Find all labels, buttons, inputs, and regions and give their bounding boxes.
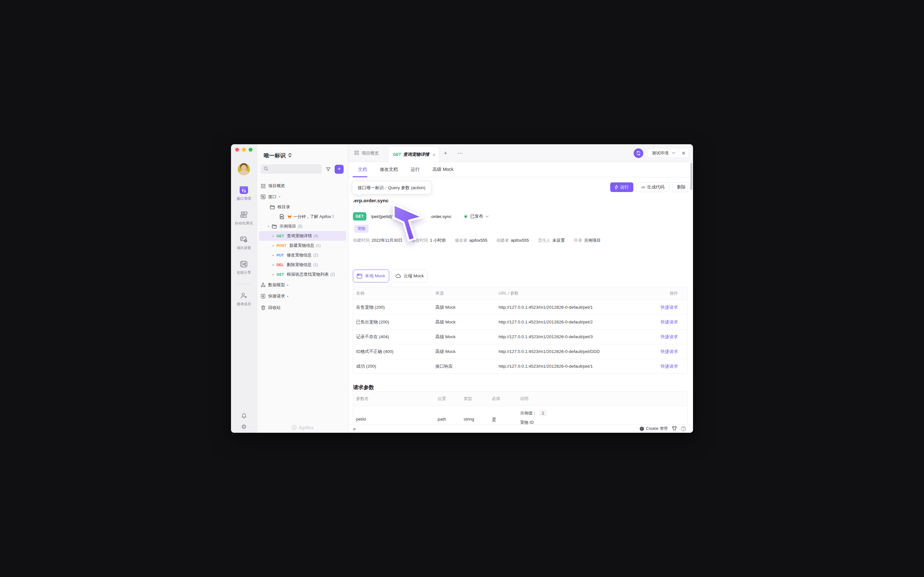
rail-item-invite-members[interactable]: 邀请成员: [231, 288, 257, 313]
help-icon[interactable]: ?: [681, 426, 686, 431]
gear-icon[interactable]: ⚙: [240, 423, 247, 430]
caret-down-icon[interactable]: ▾: [279, 195, 280, 198]
model-icon: [260, 282, 266, 287]
collapse-sidebar-icon[interactable]: «: [353, 426, 356, 432]
quick-request-link[interactable]: 快捷请求: [640, 305, 688, 310]
caret-right-icon[interactable]: ▸: [270, 244, 276, 247]
caret-right-icon[interactable]: ▸: [270, 253, 276, 257]
add-button[interactable]: +: [334, 165, 344, 174]
close-window-button[interactable]: [235, 148, 239, 152]
tree-item-label: 回收站: [268, 305, 281, 311]
meta-value: apifox555: [511, 238, 529, 243]
mock-source: 高级 Mock: [433, 319, 496, 325]
main-area: 项目概览 GET 查询宠物详情 × + ⋯ 测试环境 ≡ 文: [349, 144, 693, 433]
maximize-window-button[interactable]: [249, 148, 252, 152]
local-mock-button[interactable]: 本地 Mock: [353, 269, 389, 282]
publish-status-dropdown[interactable]: 已发布: [464, 213, 489, 219]
tree-item-folder[interactable]: 根目录: [257, 202, 348, 212]
app-window: 接口管理自动化测试项目设置在线分享邀请成员 ⚙ 唯一标识 +: [231, 144, 693, 433]
sync-icon[interactable]: [634, 148, 643, 158]
caret-right-icon[interactable]: ▸: [270, 263, 276, 266]
mock-table: 名称来源URL / 参数操作在售宠物 (200)高级 Mockhttp://12…: [353, 287, 688, 374]
mock-table-row: 在售宠物 (200)高级 Mockhttp://127.0.0.1:4523/m…: [353, 300, 688, 314]
doc-tab-2[interactable]: 运行: [411, 167, 420, 172]
tree-item-post-api[interactable]: ▸POST新建宠物信息(1): [257, 241, 348, 250]
quick-request-link[interactable]: 快捷请求: [640, 334, 688, 340]
tree-item-put-api[interactable]: ▸PUT修改宠物信息(2): [257, 250, 348, 260]
column-header: 操作: [640, 290, 688, 296]
cloud-icon: [395, 274, 401, 278]
mock-name: ID格式不正确 (400): [353, 349, 433, 355]
column-header: 名称: [353, 290, 433, 296]
meta-item: 目录示例项目: [574, 237, 601, 243]
tree-item-doc[interactable]: 一分钟，了解 Apifox！: [257, 212, 348, 221]
generate-code-button[interactable]: </> 生成代码: [636, 182, 669, 192]
environment-selector[interactable]: 测试环境 ≡: [647, 148, 689, 158]
doc-tab-1[interactable]: 修改文档: [380, 167, 398, 172]
tab-active-endpoint[interactable]: GET 查询宠物详情 ×: [388, 147, 439, 162]
rail-item-online-share[interactable]: 在线分享: [231, 257, 257, 282]
minimize-window-button[interactable]: [242, 148, 246, 152]
tree-item-section[interactable]: 快捷请求▸: [257, 290, 348, 302]
rail-item-project-settings[interactable]: 项目设置: [231, 232, 257, 257]
caret-right-icon[interactable]: ▸: [287, 295, 289, 298]
tree-item-section-top[interactable]: 接口▾: [257, 191, 348, 202]
caret-right-icon[interactable]: ▸: [287, 284, 289, 287]
delete-button[interactable]: 删除: [672, 182, 690, 192]
tree-item-overview[interactable]: 项目概览: [257, 181, 348, 191]
status-dot-icon: [464, 214, 468, 219]
tree-item-section[interactable]: 回收站: [257, 302, 348, 314]
tree-item-del-api[interactable]: ▸DEL删除宠物信息(1): [257, 260, 348, 269]
search-input[interactable]: [261, 164, 322, 174]
close-tab-icon[interactable]: ×: [433, 152, 435, 157]
new-tab-button[interactable]: +: [444, 144, 447, 162]
project-switcher[interactable]: 唯一标识: [257, 144, 348, 159]
tree-item-label: 根据状态查找宠物列表: [287, 271, 328, 277]
param-required: 是: [489, 406, 517, 422]
doc-tab-3[interactable]: 高级 Mock: [433, 167, 453, 172]
caret-down-icon[interactable]: ▾: [265, 225, 272, 228]
fox-emoji-icon: [287, 214, 292, 219]
tab-overflow-menu-icon[interactable]: ⋯: [457, 144, 463, 162]
caret-right-icon[interactable]: ▸: [270, 234, 276, 237]
tree-item-folder-open[interactable]: ▾示例项目(5): [257, 221, 348, 231]
mock-name: 在售宠物 (200): [353, 305, 433, 310]
avatar[interactable]: [238, 163, 250, 175]
bell-icon[interactable]: [240, 412, 247, 419]
tooltip-text: 接口唯一标识：Query 参数 (action): [358, 185, 425, 190]
tag-badge[interactable]: 宠物: [354, 225, 368, 233]
tree-item-get-api[interactable]: ▸GET根据状态查找宠物列表(2): [257, 269, 348, 279]
cookie-manager-button[interactable]: Cookie 管理: [640, 426, 668, 432]
meta-value: 示例项目: [584, 238, 601, 243]
param-description-cell: 示例值：1宠物 ID: [517, 406, 688, 425]
proj-settings-icon: [240, 235, 248, 243]
tab-project-overview[interactable]: 项目概览: [354, 144, 379, 162]
tree-item-label: 快捷请求: [268, 293, 285, 299]
endpoint-title: .erp.order.sync: [353, 198, 389, 203]
tabstrip-right: 测试环境 ≡: [634, 144, 689, 162]
theme-shirt-icon[interactable]: [672, 426, 677, 432]
delete-button-label: 删除: [677, 184, 686, 190]
meta-label: 修改者: [455, 238, 467, 243]
quick-request-link[interactable]: 快捷请求: [640, 364, 688, 369]
quick-request-link[interactable]: 快捷请求: [640, 349, 688, 355]
chevron-down-icon: [485, 215, 489, 218]
scrollbar-thumb[interactable]: [690, 163, 692, 190]
caret-right-icon[interactable]: ▸: [270, 273, 276, 276]
endpoint-path-suffix: .order.sync: [430, 214, 451, 219]
mock-url: http://127.0.0.1:4523/m1/2012826-0-defau…: [496, 364, 640, 369]
tree-item-section[interactable]: 数据模型▸: [257, 279, 348, 290]
doc-tab-0[interactable]: 文档: [358, 167, 367, 172]
filter-icon[interactable]: [325, 165, 332, 173]
rail-item-automated-testing[interactable]: 自动化测试: [231, 207, 257, 232]
tree-item-get-api[interactable]: ▸GET查询宠物详情(4): [259, 231, 346, 241]
rail-item-api-management[interactable]: 接口管理: [231, 183, 257, 207]
cloud-mock-button[interactable]: 云端 Mock: [391, 269, 428, 282]
quick-request-link[interactable]: 快捷请求: [640, 319, 688, 325]
run-button[interactable]: 运行: [610, 182, 633, 192]
item-count: (1): [316, 243, 321, 248]
environment-menu-icon[interactable]: ≡: [678, 150, 689, 156]
params-table-header: 参数名位置类型必填说明: [353, 392, 688, 406]
generate-code-label: 生成代码: [647, 184, 664, 190]
doc-tabs: 文档修改文档运行高级 Mock: [349, 162, 693, 177]
